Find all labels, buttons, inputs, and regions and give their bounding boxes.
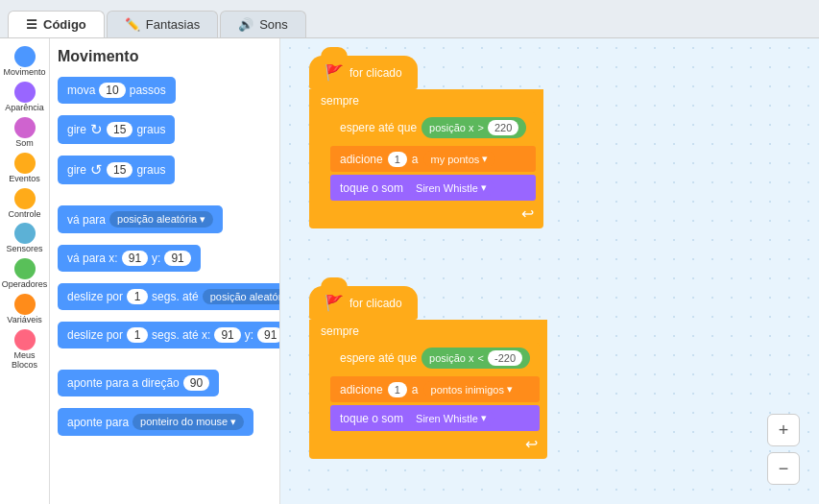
siren-dropdown-1[interactable]: Siren Whistle ▾: [408, 180, 494, 196]
block-va-para-xy[interactable]: vá para x: 91 y: 91: [58, 245, 201, 272]
script-group-2: 🚩 for clicado sempre espere até que posi…: [309, 286, 547, 459]
block-va-para[interactable]: vá para posição aleatória ▾: [58, 205, 223, 233]
sidebar-item-sensores[interactable]: Sensores: [2, 223, 48, 254]
sidebar-item-som[interactable]: Som: [2, 117, 48, 149]
zoom-controls: + −: [767, 414, 800, 485]
toque-block-1[interactable]: toque o som Siren Whistle ▾: [330, 175, 536, 201]
tab-sons[interactable]: 🔊 Sons: [220, 11, 306, 37]
sidebar-item-aparencia[interactable]: Aparência: [2, 82, 48, 113]
sidebar-item-meus-blocos[interactable]: Meus Blocos: [2, 329, 48, 371]
zoom-out-button[interactable]: −: [767, 452, 800, 485]
toque-block-2[interactable]: toque o som Siren Whistle ▾: [330, 405, 540, 431]
fantasias-icon: ✏️: [125, 17, 140, 32]
main-layout: Movimento Aparência Som Eventos Controle…: [0, 38, 819, 504]
sidebar-item-variaveis[interactable]: Variáveis: [2, 294, 48, 325]
block-deslize-ate[interactable]: deslize por 1 segs. até posição aleatóri…: [58, 283, 280, 310]
sempre-loop-1: sempre espere até que posição x > 220 ad…: [309, 89, 543, 228]
canvas-area[interactable]: 🚩 for clicado sempre espere até que posi…: [280, 38, 819, 504]
condition-block-2: posição x < -220: [422, 348, 530, 369]
block-gire-ccw[interactable]: gire ↺ 15 graus: [58, 156, 175, 184]
block-mova[interactable]: mova 10 passos: [58, 77, 176, 104]
sidebar-item-controle[interactable]: Controle: [2, 188, 48, 220]
loop-arrow-1: ↩: [309, 201, 543, 223]
hat-block-1[interactable]: 🚩 for clicado: [309, 56, 418, 89]
blocks-panel-title: Movimento: [58, 48, 272, 65]
tab-codigo[interactable]: ☰ Código: [8, 11, 105, 37]
block-gire-cw[interactable]: gire ↻ 15 graus: [58, 115, 175, 144]
siren-dropdown-2[interactable]: Siren Whistle ▾: [408, 410, 494, 426]
category-sidebar: Movimento Aparência Som Eventos Controle…: [0, 38, 50, 504]
sidebar-item-movimento[interactable]: Movimento: [2, 46, 48, 78]
codigo-icon: ☰: [26, 17, 37, 32]
adicione-block-1[interactable]: adicione 1 a my pontos ▾: [330, 146, 536, 172]
pontos-inimigos-dropdown[interactable]: pontos inimigos ▾: [423, 381, 520, 397]
block-aponte-direcao[interactable]: aponte para a direção 90: [58, 370, 219, 396]
my-pontos-dropdown[interactable]: my pontos ▾: [423, 151, 496, 167]
block-deslize-xy[interactable]: deslize por 1 segs. até x: 91 y: 91: [58, 322, 280, 348]
tab-fantasias[interactable]: ✏️ Fantasias: [107, 11, 218, 37]
hat-block-2[interactable]: 🚩 for clicado: [309, 286, 418, 320]
sidebar-item-operadores[interactable]: Operadores: [2, 258, 48, 290]
loop-arrow-2: ↩: [309, 431, 547, 453]
flag-icon-1: 🚩: [325, 63, 344, 82]
condition-block-1: posição x > 220: [422, 117, 526, 138]
adicione-block-2[interactable]: adicione 1 a pontos inimigos ▾: [330, 376, 540, 402]
espere-block-1[interactable]: espere até que posição x > 220: [330, 112, 536, 143]
script-group-1: 🚩 for clicado sempre espere até que posi…: [309, 56, 543, 228]
sidebar-item-eventos[interactable]: Eventos: [2, 153, 48, 184]
block-aponte-para[interactable]: aponte para ponteiro do mouse ▾: [58, 408, 253, 436]
sempre-loop-2: sempre espere até que posição x < -220 a…: [309, 320, 547, 459]
sons-icon: 🔊: [238, 17, 253, 32]
blocks-panel: Movimento mova 10 passos gire ↻ 15 graus…: [50, 38, 280, 504]
flag-icon-2: 🚩: [325, 294, 344, 312]
zoom-in-button[interactable]: +: [767, 414, 800, 446]
tab-bar: ☰ Código ✏️ Fantasias 🔊 Sons: [0, 0, 819, 38]
espere-block-2[interactable]: espere até que posição x < -220: [330, 343, 540, 373]
